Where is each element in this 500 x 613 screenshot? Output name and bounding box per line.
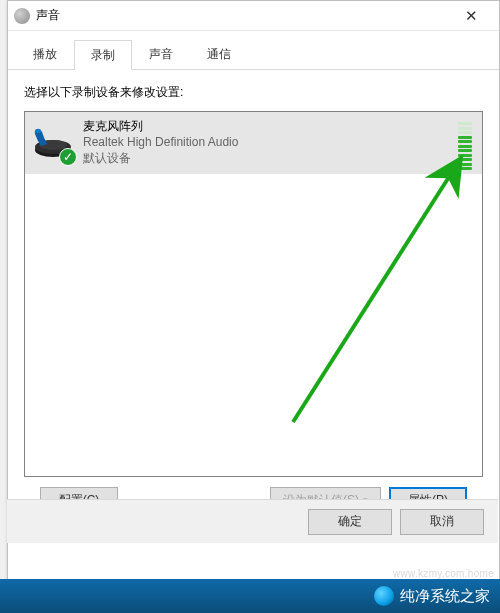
sound-dialog: 声音 ✕ 播放 录制 声音 通信 选择以下录制设备来修改设置: ✓ [7, 0, 500, 580]
tab-content: 选择以下录制设备来修改设置: ✓ 麦克风阵列 Realtek High Defi… [8, 70, 499, 527]
watermark-url: www.kzmy.com.home [393, 568, 494, 579]
level-bar [458, 140, 472, 143]
svg-line-4 [293, 158, 461, 422]
microphone-icon: ✓ [31, 120, 75, 164]
device-item[interactable]: ✓ 麦克风阵列 Realtek High Definition Audio 默认… [25, 112, 482, 174]
footer-brand-bar: 纯净系统之家 [0, 579, 500, 613]
brand-logo-icon [374, 586, 394, 606]
brand-text: 纯净系统之家 [400, 587, 490, 606]
level-bar [458, 167, 472, 170]
device-text: 麦克风阵列 Realtek High Definition Audio 默认设备 [83, 118, 458, 166]
default-badge-icon: ✓ [59, 148, 77, 166]
level-bar [458, 127, 472, 130]
cancel-button[interactable]: 取消 [400, 509, 484, 535]
close-button[interactable]: ✕ [449, 2, 493, 30]
svg-point-3 [35, 129, 41, 133]
level-bar [458, 131, 472, 134]
level-bar [458, 154, 472, 157]
tab-communications[interactable]: 通信 [190, 39, 248, 69]
instruction-text: 选择以下录制设备来修改设置: [24, 84, 483, 101]
tab-strip: 播放 录制 声音 通信 [8, 31, 499, 70]
app-icon [14, 8, 30, 24]
level-bar [458, 163, 472, 166]
level-meter [458, 120, 472, 170]
level-bar [458, 136, 472, 139]
window-title: 声音 [36, 7, 449, 24]
device-name: 麦克风阵列 [83, 118, 458, 134]
device-status: 默认设备 [83, 150, 458, 166]
tab-recording[interactable]: 录制 [74, 40, 132, 70]
dialog-buttons: 确定 取消 [7, 499, 498, 543]
level-bar [458, 145, 472, 148]
level-bar [458, 149, 472, 152]
titlebar: 声音 ✕ [8, 1, 499, 31]
device-driver: Realtek High Definition Audio [83, 134, 458, 150]
tab-playback[interactable]: 播放 [16, 39, 74, 69]
ok-button[interactable]: 确定 [308, 509, 392, 535]
level-bar [458, 158, 472, 161]
tab-sounds[interactable]: 声音 [132, 39, 190, 69]
device-list[interactable]: ✓ 麦克风阵列 Realtek High Definition Audio 默认… [24, 111, 483, 477]
level-bar [458, 122, 472, 125]
